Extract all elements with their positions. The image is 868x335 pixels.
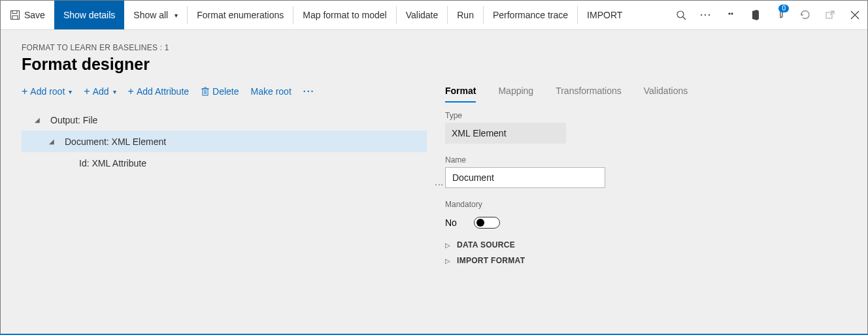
office-icon [750,10,761,20]
svg-rect-2 [12,16,18,20]
delete-button[interactable]: Delete [201,86,239,97]
chevron-right-icon: ▷ [445,242,450,249]
validate-label: Validate [406,10,439,20]
svg-line-4 [683,17,686,20]
name-input[interactable] [445,167,605,188]
performance-trace-button[interactable]: Performance trace [484,1,577,29]
svg-rect-5 [826,12,832,18]
perf-trace-label: Performance trace [493,10,568,20]
show-all-label: Show all [133,10,168,20]
caret-icon[interactable]: ◢ [33,116,41,123]
add-attribute-button[interactable]: + Add Attribute [128,86,190,97]
mandatory-toggle[interactable] [474,217,500,229]
panel-drag-handle[interactable]: ⋮ [435,180,444,188]
save-button[interactable]: Save [1,1,54,29]
tab-format[interactable]: Format [445,86,476,103]
tree-row-id[interactable]: Id: XML Attribute [22,152,427,174]
add-root-label: Add root [30,86,65,97]
svg-rect-9 [203,89,208,95]
type-field: XML Element [445,123,566,144]
svg-rect-1 [12,11,17,14]
top-toolbar: Save Show details Show all ▾ Format enum… [1,1,867,30]
add-attr-label: Add Attribute [137,86,189,97]
tree-label-id: Id: XML Attribute [79,158,146,168]
show-details-button[interactable]: Show details [54,1,124,29]
tab-transformations[interactable]: Transformations [556,86,622,103]
plus-icon: + [84,86,90,97]
badge-count: 0 [778,5,789,12]
svg-rect-0 [11,11,20,20]
mandatory-label: Mandatory [445,200,846,209]
left-column: + Add root ▾ + Add ▾ + Add Attribute [22,86,427,265]
trash-icon [201,87,210,96]
diamond-icon [726,11,736,19]
diamond-icon-button[interactable] [718,1,743,29]
tree-row-output[interactable]: ◢ Output: File [22,109,427,131]
close-icon [850,10,860,20]
delete-label: Delete [212,86,239,97]
tab-validations[interactable]: Validations [644,86,688,103]
chevron-right-icon: ▷ [445,257,450,264]
toggle-knob [476,219,484,227]
mandatory-value-text: No [445,217,461,228]
search-icon [676,10,686,20]
import-format-label: IMPORT FORMAT [457,256,525,265]
type-value: XML Element [452,128,507,138]
breadcrumb: FORMAT TO LEARN ER BASELINES : 1 [22,43,846,52]
map-format-label: Map format to model [303,10,386,20]
import-format-section[interactable]: ▷ IMPORT FORMAT [445,256,846,265]
validate-button[interactable]: Validate [397,1,448,29]
refresh-icon-button[interactable] [793,1,818,29]
make-root-button[interactable]: Make root [251,86,292,97]
data-source-section[interactable]: ▷ DATA SOURCE [445,240,846,249]
caret-icon[interactable]: ◢ [48,138,56,145]
add-root-button[interactable]: + Add root ▾ [22,86,72,97]
save-label: Save [24,10,45,20]
page-title: Format designer [22,55,846,74]
format-enum-label: Format enumerations [197,10,284,20]
more-dots-icon: ··· [700,10,712,20]
name-label: Name [445,155,846,165]
show-details-label: Show details [63,10,115,20]
plus-icon: + [128,86,134,97]
right-column: ⋮ Format Mapping Transformations Validat… [445,86,846,265]
data-source-label: DATA SOURCE [457,240,515,249]
format-enumerations-button[interactable]: Format enumerations [188,1,293,29]
tab-mapping[interactable]: Mapping [498,86,533,103]
cmd-more-button[interactable]: ··· [303,86,315,97]
svg-point-3 [677,11,684,18]
mandatory-row: No [445,217,846,229]
chevron-down-icon: ▾ [113,88,116,95]
more-icon-button[interactable]: ··· [693,1,718,29]
import-button[interactable]: IMPORT [578,1,631,29]
import-label: IMPORT [587,10,622,20]
refresh-icon [800,10,810,20]
chevron-down-icon: ▾ [175,12,178,19]
main-area: FORMAT TO LEARN ER BASELINES : 1 Format … [1,30,867,334]
tree-label-document: Document: XML Element [65,136,166,147]
add-label: Add [93,86,109,97]
add-button[interactable]: + Add ▾ [84,86,116,97]
search-icon-button[interactable] [669,1,693,29]
run-button[interactable]: Run [448,1,483,29]
tab-row: Format Mapping Transformations Validatio… [445,86,846,103]
tree: ◢ Output: File ◢ Document: XML Element [22,109,427,174]
attachments-icon-button[interactable]: 0 [768,1,793,29]
content-columns: + Add root ▾ + Add ▾ + Add Attribute [22,86,846,265]
map-format-button[interactable]: Map format to model [293,1,395,29]
make-root-label: Make root [251,86,292,97]
show-all-button[interactable]: Show all ▾ [124,1,187,29]
close-icon-button[interactable] [843,1,867,29]
tree-row-document[interactable]: ◢ Document: XML Element [22,131,427,152]
save-icon [10,10,20,20]
run-label: Run [457,10,474,20]
popout-icon [825,10,835,20]
office-icon-button[interactable] [743,1,768,29]
tree-label-output: Output: File [50,115,97,125]
type-label: Type [445,111,846,120]
plus-icon: + [22,86,27,97]
chevron-down-icon: ▾ [69,88,72,95]
popout-icon-button[interactable] [818,1,843,29]
command-bar: + Add root ▾ + Add ▾ + Add Attribute [22,86,427,97]
